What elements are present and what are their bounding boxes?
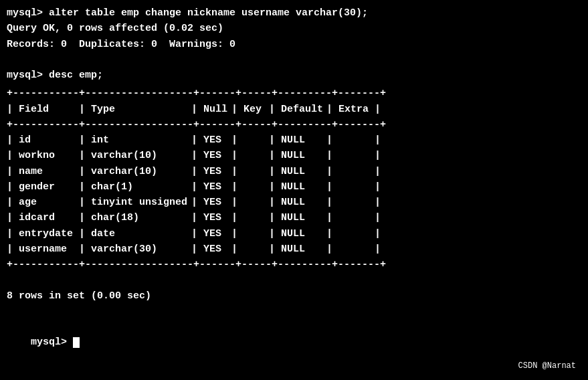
final-prompt-line[interactable]: mysql> — [7, 319, 581, 366]
table-row: | entrydate | date | YES | | NULL | | — [7, 226, 581, 242]
table-row: | gender | char(1) | YES | | NULL | | — [7, 179, 581, 195]
col-extra: Extra — [338, 104, 369, 115]
table-row: | name | varchar(10) | YES | | NULL | | — [7, 164, 581, 179]
table-header-row: | Field| Type| Null| Key| Default| Extra… — [7, 102, 581, 117]
table-row: | age | tinyint unsigned | YES | | NULL … — [7, 195, 581, 210]
watermark-text: CSDN @Narnat — [518, 361, 576, 371]
desc-command-line: mysql> desc emp; — [7, 68, 581, 83]
col-type: Type — [91, 102, 191, 117]
col-key: Key — [243, 102, 269, 117]
terminal-window: mysql> alter table emp change nickname u… — [7, 5, 581, 375]
table-row: | idcard | char(18) | YES | | NULL | | — [7, 210, 581, 225]
table-top-border: +-----------+------------------+------+-… — [7, 86, 581, 101]
col-null: Null — [203, 102, 231, 117]
table-row: | workno | varchar(10) | YES | | NULL | … — [7, 148, 581, 163]
alter-command-line: mysql> alter table emp change nickname u… — [7, 5, 581, 21]
query-ok-line: Query OK, 0 rows affected (0.02 sec) — [7, 21, 581, 36]
table-mid-border: +-----------+------------------+------+-… — [7, 117, 581, 132]
rows-in-set-line: 8 rows in set (0.00 sec) — [7, 288, 581, 304]
blank-line-2 — [7, 272, 581, 288]
prompt-text: mysql> — [31, 337, 73, 348]
col-default: Default — [281, 102, 326, 117]
table-bottom-border: +-----------+------------------+------+-… — [7, 257, 581, 272]
table-row: | username | varchar(30) | YES | | NULL … — [7, 242, 581, 257]
desc-table-section: +-----------+------------------+------+-… — [7, 86, 581, 272]
records-line: Records: 0 Duplicates: 0 Warnings: 0 — [7, 37, 581, 52]
col-field: Field — [19, 102, 79, 117]
table-row: | id | int | YES | | NULL | | — [7, 132, 581, 148]
blank-line-1 — [7, 52, 581, 68]
cursor-blink — [73, 337, 80, 348]
blank-line-3 — [7, 304, 581, 319]
